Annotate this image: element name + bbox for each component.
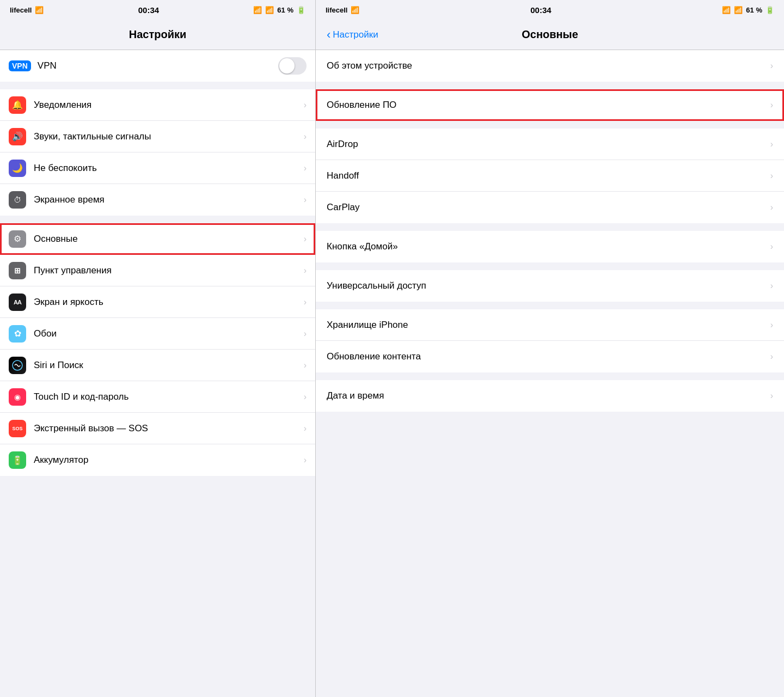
- vpn-item[interactable]: VPN VPN: [0, 50, 315, 82]
- controlcenter-icon: ⊞: [9, 262, 26, 279]
- screentime-label: Экранное время: [34, 194, 304, 205]
- right-separator-3: [316, 223, 784, 231]
- display-icon: AA: [9, 294, 26, 311]
- right-nav-title: Основные: [522, 28, 578, 41]
- vpn-group: VPN VPN: [0, 50, 315, 82]
- software-update-chevron: ›: [770, 100, 773, 110]
- touchid-label: Touch ID и код-пароль: [34, 392, 304, 402]
- left-battery-icon: 🔋: [297, 6, 305, 14]
- screentime-chevron: ›: [304, 195, 307, 205]
- vpn-badge: VPN: [9, 60, 31, 71]
- right-nav-back[interactable]: ‹ Настройки: [327, 28, 378, 42]
- right-separator-1: [316, 82, 784, 89]
- right-group-airdrop: AirDrop › Handoff › CarPlay ›: [316, 129, 784, 223]
- homebutton-label: Кнопка «Домой»: [327, 241, 770, 252]
- battery-item[interactable]: 🔋 Аккумулятор ›: [0, 444, 315, 476]
- vpn-toggle[interactable]: [278, 57, 307, 75]
- background-refresh-item[interactable]: Обновление контента ›: [316, 341, 784, 372]
- back-chevron-icon: ‹: [327, 28, 330, 42]
- wallpaper-chevron: ›: [304, 329, 307, 339]
- battery-chevron: ›: [304, 455, 307, 465]
- group-2: ⚙ Основные › ⊞ Пункт управления › AA Экр…: [0, 223, 315, 476]
- carplay-item[interactable]: CarPlay ›: [316, 192, 784, 223]
- right-status-time: 00:34: [530, 5, 551, 15]
- background-refresh-label: Обновление контента: [327, 351, 770, 362]
- general-label: Основные: [34, 234, 304, 244]
- homebutton-item[interactable]: Кнопка «Домой» ›: [316, 231, 784, 262]
- handoff-item[interactable]: Handoff ›: [316, 160, 784, 192]
- siri-item[interactable]: Siri и Поиск ›: [0, 350, 315, 381]
- general-icon: ⚙: [9, 230, 26, 248]
- vpn-toggle-thumb: [279, 58, 295, 74]
- right-battery-icon: 🔋: [765, 6, 774, 14]
- left-settings-list: VPN VPN 🔔 Уведомления › 🔊 Звуки, тактиль…: [0, 50, 315, 697]
- general-item[interactable]: ⚙ Основные ›: [0, 223, 315, 255]
- left-status-time: 00:34: [138, 5, 159, 15]
- about-item[interactable]: Об этом устройстве ›: [316, 50, 784, 82]
- right-group-datetime: Дата и время ›: [316, 380, 784, 412]
- left-battery: 61 %: [277, 6, 293, 14]
- general-chevron: ›: [304, 234, 307, 244]
- homebutton-chevron: ›: [770, 242, 773, 252]
- accessibility-chevron: ›: [770, 281, 773, 291]
- right-battery: 61 %: [746, 6, 762, 14]
- right-wifi-icon: 📶: [351, 6, 359, 14]
- left-nav-bar: Настройки: [0, 20, 315, 50]
- right-separator-2: [316, 121, 784, 129]
- wallpaper-label: Обои: [34, 328, 304, 339]
- right-carrier: lifecell: [326, 6, 347, 14]
- display-label: Экран и яркость: [34, 297, 304, 308]
- handoff-chevron: ›: [770, 171, 773, 181]
- software-update-label: Обновление ПО: [327, 100, 770, 111]
- right-status-left: lifecell 📶: [326, 6, 359, 14]
- right-separator-4: [316, 262, 784, 270]
- left-carrier: lifecell: [10, 6, 32, 14]
- controlcenter-label: Пункт управления: [34, 265, 304, 276]
- about-chevron: ›: [770, 61, 773, 71]
- datetime-item[interactable]: Дата и время ›: [316, 380, 784, 412]
- carplay-label: CarPlay: [327, 202, 770, 213]
- siri-svg: [12, 360, 23, 371]
- airdrop-label: AirDrop: [327, 139, 770, 150]
- right-nav-bar: ‹ Настройки Основные: [316, 20, 784, 50]
- right-group-storage: Хранилище iPhone › Обновление контента ›: [316, 309, 784, 372]
- right-nav-back-label: Настройки: [333, 29, 378, 40]
- right-separator-6: [316, 372, 784, 380]
- right-status-bar: lifecell 📶 00:34 📶 📶 61 % 🔋: [316, 0, 784, 20]
- right-settings-list: Об этом устройстве › Обновление ПО › Air…: [316, 50, 784, 697]
- airdrop-chevron: ›: [770, 139, 773, 149]
- separator-2: [0, 216, 315, 223]
- accessibility-item[interactable]: Универсальный доступ ›: [316, 270, 784, 302]
- sos-chevron: ›: [304, 424, 307, 433]
- sounds-icon: 🔊: [9, 128, 26, 145]
- left-wifi-icon: 📶: [35, 6, 44, 14]
- left-status-right: 📶 📶 61 % 🔋: [253, 6, 305, 14]
- separator-1: [0, 82, 315, 89]
- software-update-item[interactable]: Обновление ПО ›: [316, 89, 784, 121]
- sos-item[interactable]: SOS Экстренный вызов — SOS ›: [0, 413, 315, 444]
- donotdisturb-chevron: ›: [304, 163, 307, 173]
- notifications-chevron: ›: [304, 100, 307, 110]
- display-chevron: ›: [304, 297, 307, 307]
- screentime-item[interactable]: ⏱ Экранное время ›: [0, 184, 315, 216]
- right-panel: lifecell 📶 00:34 📶 📶 61 % 🔋 ‹ Настройки …: [316, 0, 784, 697]
- wallpaper-item[interactable]: ✿ Обои ›: [0, 318, 315, 350]
- left-wifi-icon2: 📶: [265, 6, 274, 14]
- right-wifi-icon2: 📶: [734, 6, 743, 14]
- storage-item[interactable]: Хранилище iPhone ›: [316, 309, 784, 341]
- display-item[interactable]: AA Экран и яркость ›: [0, 286, 315, 318]
- left-nav-title: Настройки: [129, 28, 187, 41]
- right-group-homebutton: Кнопка «Домой» ›: [316, 231, 784, 262]
- sounds-item[interactable]: 🔊 Звуки, тактильные сигналы ›: [0, 121, 315, 152]
- battery-label: Аккумулятор: [34, 455, 304, 466]
- donotdisturb-item[interactable]: 🌙 Не беспокоить ›: [0, 152, 315, 184]
- controlcenter-item[interactable]: ⊞ Пункт управления ›: [0, 255, 315, 286]
- airdrop-item[interactable]: AirDrop ›: [316, 129, 784, 160]
- controlcenter-chevron: ›: [304, 266, 307, 276]
- touchid-item[interactable]: ◉ Touch ID и код-пароль ›: [0, 381, 315, 413]
- right-group-update: Обновление ПО ›: [316, 89, 784, 121]
- left-panel: lifecell 📶 00:34 📶 📶 61 % 🔋 Настройки VP…: [0, 0, 316, 697]
- right-signal-icon: 📶: [722, 6, 731, 14]
- sos-label: Экстренный вызов — SOS: [34, 423, 304, 434]
- notifications-item[interactable]: 🔔 Уведомления ›: [0, 89, 315, 121]
